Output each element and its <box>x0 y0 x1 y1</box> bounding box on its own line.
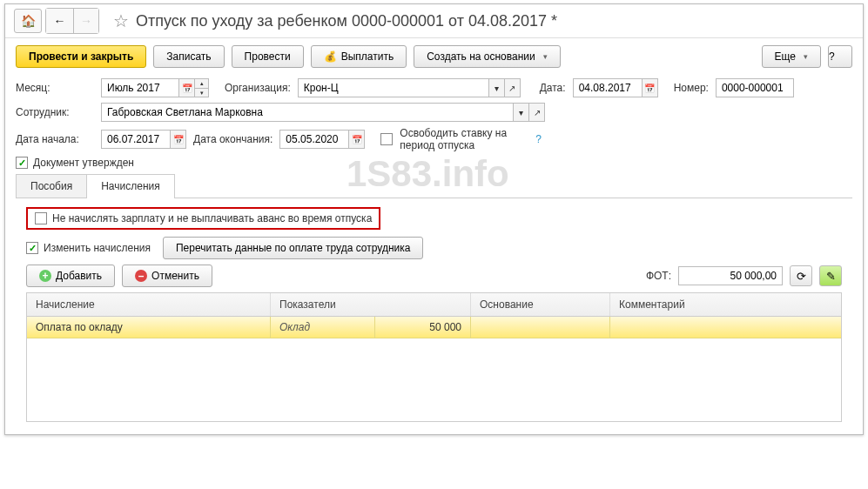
end-date-field[interactable] <box>279 130 349 149</box>
accruals-table: Начисление Показатели Основание Коммента… <box>26 292 842 422</box>
pencil-icon: ✎ <box>826 270 836 283</box>
employee-field[interactable] <box>101 103 514 122</box>
calendar-icon[interactable]: 📅 <box>643 78 658 97</box>
add-button[interactable]: + Добавить <box>26 265 115 287</box>
pay-button[interactable]: 💰Выплатить <box>311 45 407 68</box>
month-label: Месяц: <box>16 82 94 94</box>
help-link[interactable]: ? <box>535 133 542 145</box>
reread-button[interactable]: Перечитать данные по оплате труда сотруд… <box>163 237 423 259</box>
change-accruals-label: Изменить начисления <box>44 242 151 254</box>
fot-label: ФОТ: <box>646 270 671 282</box>
refresh-icon: ⟳ <box>797 270 806 283</box>
no-salary-checkbox[interactable] <box>35 212 47 224</box>
month-field[interactable] <box>101 78 179 97</box>
approved-label: Документ утвержден <box>33 157 134 169</box>
home-button[interactable]: 🏠 <box>14 9 42 33</box>
open-icon[interactable]: ↗ <box>505 78 521 97</box>
cell-indicator-name: Оклад <box>271 317 375 338</box>
open-icon[interactable]: ↗ <box>529 103 545 122</box>
cell-indicator-value: 50 000 <box>375 317 471 338</box>
table-row[interactable]: Оплата по окладу Оклад 50 000 <box>27 317 841 338</box>
th-accrual: Начисление <box>27 293 271 316</box>
help-button[interactable]: ? <box>828 45 852 68</box>
dropdown-icon[interactable]: ▾ <box>514 103 529 122</box>
favorite-icon[interactable]: ☆ <box>113 10 129 31</box>
cell-basis <box>471 317 610 338</box>
refresh-button[interactable]: ⟳ <box>790 265 812 286</box>
th-comment: Комментарий <box>610 293 841 316</box>
write-button[interactable]: Записать <box>153 45 224 68</box>
tabs: Пособия Начисления <box>16 174 852 198</box>
post-and-close-button[interactable]: Провести и закрыть <box>16 45 146 68</box>
change-accruals-checkbox[interactable] <box>26 242 38 254</box>
th-basis: Основание <box>471 293 610 316</box>
back-button[interactable]: ← <box>46 9 74 33</box>
org-field[interactable] <box>298 78 489 97</box>
number-label: Номер: <box>674 82 709 94</box>
tab-content-accruals: Не начислять зарплату и не выплачивать а… <box>16 198 852 431</box>
dropdown-icon[interactable]: ▾ <box>489 78 505 97</box>
cell-comment <box>610 317 841 338</box>
cancel-button[interactable]: – Отменить <box>122 265 212 287</box>
cell-accrual: Оплата по окладу <box>27 317 271 338</box>
number-field[interactable] <box>716 78 794 97</box>
create-based-button[interactable]: Создать на основании <box>414 45 561 68</box>
plus-icon: + <box>39 270 51 282</box>
window-title: Отпуск по уходу за ребенком 0000-000001 … <box>136 12 557 30</box>
no-salary-highlight: Не начислять зарплату и не выплачивать а… <box>26 207 380 230</box>
fot-field[interactable] <box>678 266 783 285</box>
minus-icon: – <box>135 270 147 282</box>
free-rate-label: Освободить ставку на период отпуска <box>400 127 521 151</box>
free-rate-checkbox[interactable] <box>380 133 393 145</box>
forward-button[interactable]: → <box>74 9 98 33</box>
more-button[interactable]: Еще <box>762 45 821 68</box>
date-label: Дата: <box>540 82 566 94</box>
calendar-icon[interactable]: 📅 <box>171 130 186 149</box>
tab-benefits[interactable]: Пособия <box>16 174 87 198</box>
edit-button[interactable]: ✎ <box>819 265 842 286</box>
calendar-icon[interactable]: 📅 <box>179 78 195 97</box>
th-indicators: Показатели <box>271 293 471 316</box>
start-date-label: Дата начала: <box>16 133 94 145</box>
post-button[interactable]: Провести <box>232 45 304 68</box>
approved-checkbox[interactable] <box>16 157 28 169</box>
month-spinner[interactable]: ▴▾ <box>195 78 209 97</box>
main-toolbar: Провести и закрыть Записать Провести 💰Вы… <box>5 38 863 75</box>
employee-label: Сотрудник: <box>16 106 94 118</box>
titlebar: 🏠 ← → ☆ Отпуск по уходу за ребенком 0000… <box>5 4 863 38</box>
calendar-icon[interactable]: 📅 <box>349 130 365 149</box>
no-salary-label: Не начислять зарплату и не выплачивать а… <box>52 212 372 224</box>
tab-accruals[interactable]: Начисления <box>86 174 175 198</box>
end-date-label: Дата окончания: <box>193 133 273 145</box>
start-date-field[interactable] <box>101 130 171 149</box>
org-label: Организация: <box>225 82 291 94</box>
money-icon: 💰 <box>324 50 337 63</box>
date-field[interactable] <box>573 78 643 97</box>
